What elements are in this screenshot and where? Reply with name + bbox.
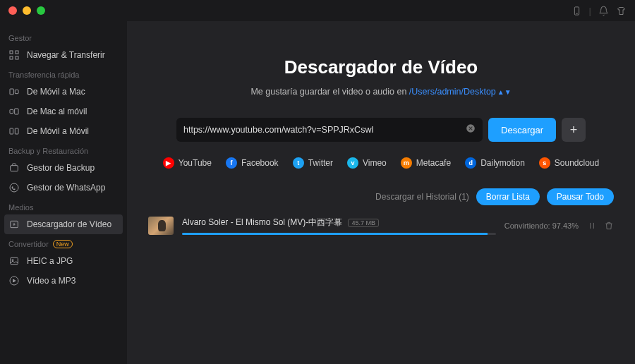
platform-metacafe[interactable]: mMetacafe [401, 157, 451, 169]
sidebar-item-gestor-de-whatsapp[interactable]: Gestor de WhatsApp [0, 178, 127, 198]
sidebar-group-label: Gestor [0, 28, 127, 45]
sidebar-group-label: Backup y Restauración [0, 141, 127, 158]
download-icon [8, 219, 20, 230]
add-button[interactable]: + [562, 118, 586, 142]
window-controls [8, 6, 45, 15]
sidebar-item-label: Vídeo a MP3 [27, 276, 75, 286]
svg-rect-11 [15, 128, 18, 134]
svg-rect-5 [16, 56, 18, 59]
sidebar-item-label: Navegar & Transferir [27, 50, 105, 60]
grid-icon [8, 49, 20, 61]
svg-rect-15 [11, 257, 18, 264]
page-title: Descargador de Vídeo [148, 56, 614, 78]
svg-rect-9 [15, 109, 18, 114]
sidebar-item-label: De Móvil a Mac [27, 87, 85, 97]
platform-dailymotion[interactable]: dDailymotion [465, 157, 525, 169]
maximize-window[interactable] [37, 6, 45, 15]
sidebar-item-heic-a-jpg[interactable]: HEIC a JPG [0, 251, 127, 271]
svg-rect-2 [10, 51, 13, 54]
url-input[interactable] [183, 125, 466, 135]
sidebar-item-de-mac-al-m-vil[interactable]: De Mac al móvil [0, 102, 127, 121]
download-item: Alvaro Soler - El Mismo Sol (MV)-中西字幕 45… [148, 217, 614, 235]
minimize-window[interactable] [23, 6, 31, 15]
sidebar-item-label: De Móvil a Móvil [27, 126, 89, 136]
path-dropdown-icon[interactable]: ▲▼ [497, 88, 512, 96]
sidebar-item-label: HEIC a JPG [27, 256, 73, 266]
header-icons: | [572, 6, 627, 16]
backup-icon [8, 162, 20, 174]
delete-icon[interactable] [604, 221, 614, 231]
image-icon [8, 255, 20, 267]
dailymotion-icon: d [465, 157, 476, 169]
phone-to-mac-icon [8, 86, 20, 97]
clear-list-button[interactable]: Borrar Lista [476, 188, 540, 205]
svg-rect-6 [10, 89, 13, 95]
sidebar-item-v-deo-a-mp3[interactable]: Vídeo a MP3 [0, 271, 127, 291]
sidebar: GestorNavegar & TransferirTransferencia … [0, 21, 127, 364]
svg-rect-4 [10, 56, 13, 59]
sidebar-item-de-m-vil-a-mac[interactable]: De Móvil a Mac [0, 82, 127, 102]
sidebar-group-label: Medios [0, 198, 127, 214]
sidebar-item-label: Gestor de Backup [27, 163, 95, 173]
sidebar-item-navegar-transferir[interactable]: Navegar & Transferir [0, 45, 127, 65]
url-input-container [176, 118, 483, 142]
platform-vimeo[interactable]: vVimeo [347, 157, 387, 169]
new-badge: New [53, 240, 73, 248]
svg-rect-12 [11, 166, 18, 171]
sidebar-item-de-m-vil-a-m-vil[interactable]: De Móvil a Móvil [0, 121, 127, 141]
svg-rect-7 [15, 90, 18, 93]
platform-twitter[interactable]: tTwitter [293, 157, 333, 169]
sidebar-item-gestor-de-backup[interactable]: Gestor de Backup [0, 158, 127, 178]
sidebar-item-label: Descargador de Vídeo [27, 219, 111, 229]
sidebar-group-label: ConvertidorNew [0, 234, 127, 251]
clear-input-icon[interactable] [466, 123, 476, 136]
platform-youtube[interactable]: ▶YouTube [163, 157, 212, 169]
svg-rect-10 [10, 128, 13, 134]
facebook-icon: f [226, 157, 237, 169]
bell-icon[interactable] [598, 6, 609, 16]
mac-to-phone-icon [8, 106, 20, 117]
platform-soundcloud[interactable]: sSoundcloud [539, 157, 599, 169]
svg-rect-3 [16, 51, 18, 54]
sidebar-item-descargador-de-v-deo[interactable]: Descargador de Vídeo [4, 214, 123, 234]
pause-all-button[interactable]: Pausar Todo [547, 188, 614, 205]
vimeo-icon: v [347, 157, 358, 169]
platforms-row: ▶YouTubefFacebooktTwittervVimeomMetacafe… [148, 157, 614, 169]
pause-icon[interactable] [587, 221, 597, 231]
youtube-icon: ▶ [163, 157, 174, 169]
sidebar-item-label: Gestor de WhatsApp [27, 183, 105, 193]
phone-to-phone-icon [8, 126, 20, 137]
shirt-icon[interactable] [616, 6, 627, 16]
svg-rect-8 [10, 109, 13, 113]
platform-facebook[interactable]: fFacebook [226, 157, 279, 169]
download-status: Convirtiendo: 97.43% [504, 222, 579, 230]
save-location-row: Me gustaría guardar el video o audio en … [148, 87, 614, 97]
history-label[interactable]: Descargar el Historial (1) [375, 192, 469, 202]
phone-icon[interactable] [572, 6, 582, 16]
close-window[interactable] [8, 6, 17, 15]
download-button[interactable]: Descargar [488, 118, 556, 142]
whatsapp-icon [8, 182, 20, 193]
twitter-icon: t [293, 157, 304, 169]
soundcloud-icon: s [539, 157, 550, 169]
sidebar-item-label: De Mac al móvil [27, 107, 87, 116]
download-title: Alvaro Soler - El Mismo Sol (MV)-中西字幕 [182, 217, 342, 229]
svg-point-13 [10, 183, 18, 192]
audio-icon [8, 275, 20, 286]
main-content: Descargador de Vídeo Me gustaría guardar… [127, 21, 635, 364]
progress-bar [182, 233, 496, 235]
video-thumbnail[interactable] [148, 217, 174, 235]
titlebar: | [0, 0, 635, 21]
metacafe-icon: m [401, 157, 412, 169]
file-size-badge: 45.7 MB [348, 219, 379, 227]
save-path-link[interactable]: /Users/admin/Desktop [409, 87, 496, 97]
sidebar-group-label: Transferencia rápida [0, 65, 127, 82]
